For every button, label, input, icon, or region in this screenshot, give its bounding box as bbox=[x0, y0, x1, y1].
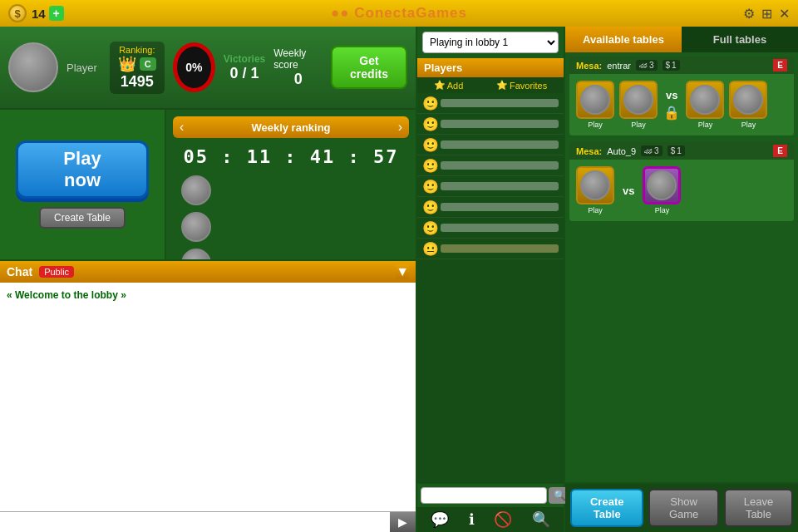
dollar-icon: $ bbox=[671, 146, 676, 155]
slot-avatar[interactable] bbox=[576, 166, 614, 204]
dollar-count: 1 bbox=[677, 146, 682, 155]
tab-favorites[interactable]: ⭐ Favorites bbox=[496, 80, 547, 91]
player-mood-icon: 🙂 bbox=[422, 96, 437, 111]
prev-ranking-button[interactable]: ‹ bbox=[180, 120, 184, 135]
slot-avatar-inner bbox=[690, 85, 720, 115]
player-search-input[interactable] bbox=[421, 487, 547, 504]
play-area: Playnow Create Table bbox=[0, 110, 166, 259]
settings-button[interactable]: ⚙ bbox=[743, 6, 755, 22]
create-table-button[interactable]: Create Table bbox=[39, 207, 126, 229]
left-panel: Player Ranking: 👑 C 1495 0% Victories 0 … bbox=[0, 27, 416, 532]
chat-collapse-button[interactable]: ▼ bbox=[396, 264, 409, 279]
race-icon: 🏎 bbox=[639, 61, 648, 70]
race-count: 3 bbox=[649, 61, 654, 70]
player-zoom-button[interactable]: 🔍 bbox=[532, 510, 550, 529]
race-badge: 🏎 3 bbox=[641, 145, 663, 156]
lock-icon: 🔒 bbox=[663, 105, 680, 121]
player-mood-icon: 🙂 bbox=[422, 200, 437, 214]
victories-label: Victories bbox=[224, 53, 265, 65]
create-table-button-2[interactable]: Create Table bbox=[570, 489, 643, 527]
get-credits-button[interactable]: Get credits bbox=[331, 46, 407, 89]
ranking-number: 1495 bbox=[121, 73, 154, 91]
list-item: 🙂 bbox=[417, 155, 564, 176]
slot-avatar[interactable] bbox=[576, 81, 614, 119]
lobby-dropdown[interactable]: Playing in lobby 1 bbox=[422, 32, 559, 53]
fullscreen-button[interactable]: ⊞ bbox=[761, 6, 772, 22]
list-item: 🙂 bbox=[417, 197, 564, 218]
leave-table-button[interactable]: Leave Table bbox=[724, 489, 793, 527]
player-chat-button[interactable]: 💬 bbox=[431, 510, 449, 529]
players-label: Players bbox=[424, 62, 462, 74]
tab-available-tables[interactable]: Available tables bbox=[565, 27, 682, 52]
players-panel: Playing in lobby 1 Players ⭐ Add ⭐ Favor… bbox=[416, 27, 565, 532]
player-block-button[interactable]: 🚫 bbox=[494, 510, 512, 529]
slot-avatar-inner bbox=[647, 170, 677, 200]
list-item: 😐 bbox=[417, 239, 564, 259]
close-button[interactable]: ✕ bbox=[779, 6, 790, 22]
table-tag: E bbox=[773, 145, 787, 157]
slot-label: Play bbox=[698, 121, 713, 129]
user-info-row: Player Ranking: 👑 C 1495 0% Victories 0 … bbox=[0, 27, 416, 110]
ranking-label: Ranking: bbox=[119, 45, 155, 55]
table-header: Mesa: entrar 🏎 3 $ 1 E bbox=[569, 57, 794, 74]
player-slot: Play bbox=[643, 166, 681, 214]
weekly-ranking-header: ‹ Weekly ranking › bbox=[173, 116, 409, 138]
slot-label: Play bbox=[655, 206, 670, 214]
username: Player bbox=[66, 62, 97, 74]
race-badge: 🏎 3 bbox=[636, 60, 658, 71]
slot-label: Play bbox=[588, 121, 603, 129]
player-mood-icon: 🙂 bbox=[422, 220, 437, 235]
player-name-bar bbox=[441, 203, 559, 211]
player-name-bar bbox=[441, 182, 559, 190]
add-coin-button[interactable]: + bbox=[49, 6, 64, 21]
table-entry: Mesa: Auto_9 🏎 3 $ 1 E bbox=[569, 141, 795, 222]
bottom-buttons: Create Table Show Game Leave Table bbox=[565, 482, 798, 532]
slot-avatar[interactable] bbox=[643, 166, 681, 204]
slot-avatar[interactable] bbox=[619, 81, 658, 119]
avatar bbox=[8, 42, 58, 92]
logo: ●● ConectaGames bbox=[331, 5, 467, 22]
player-slot: Play bbox=[576, 166, 614, 214]
slot-label: Play bbox=[631, 121, 646, 129]
player-info-button[interactable]: ℹ bbox=[469, 510, 475, 529]
player-name-bar bbox=[441, 120, 559, 128]
next-ranking-button[interactable]: › bbox=[398, 120, 402, 135]
ranking-player-2 bbox=[181, 212, 211, 242]
ranking-player-1 bbox=[181, 175, 211, 205]
slot-label: Play bbox=[741, 121, 756, 129]
play-now-button[interactable]: Playnow bbox=[16, 140, 149, 199]
vs-text: vs bbox=[623, 185, 634, 197]
dollar-badge: $ 1 bbox=[667, 145, 685, 156]
dollar-icon: $ bbox=[666, 61, 671, 70]
ranking-box: Ranking: 👑 C 1495 bbox=[110, 42, 165, 94]
progress-circle: 0% bbox=[173, 42, 215, 92]
lobby-selector: Playing in lobby 1 bbox=[422, 32, 559, 53]
main-content: Player Ranking: 👑 C 1495 0% Victories 0 … bbox=[0, 27, 798, 532]
chat-input[interactable] bbox=[0, 512, 390, 532]
chat-label: Chat bbox=[7, 265, 32, 278]
chat-send-button[interactable]: ▶ bbox=[390, 512, 416, 532]
player-name-bar bbox=[441, 244, 559, 253]
public-badge: Public bbox=[39, 266, 74, 278]
tab-full-tables[interactable]: Full tables bbox=[682, 27, 798, 52]
players-tab-row: ⭐ Add ⭐ Favorites bbox=[417, 77, 564, 93]
player-mood-icon: 🙂 bbox=[422, 116, 437, 131]
race-count: 3 bbox=[654, 146, 659, 155]
player-name-bar bbox=[441, 161, 559, 170]
show-game-button[interactable]: Show Game bbox=[648, 489, 718, 527]
player-mood-icon: 🙂 bbox=[422, 158, 437, 173]
tables-panel: Available tables Full tables Mesa: entra… bbox=[565, 27, 798, 532]
chat-input-row: ▶ bbox=[0, 511, 416, 532]
list-item: 🙂 bbox=[417, 218, 564, 239]
slot-avatar-inner bbox=[623, 85, 653, 115]
slot-avatar[interactable] bbox=[729, 81, 767, 119]
player-mood-icon: 🙂 bbox=[422, 179, 437, 194]
dollar-count: 1 bbox=[672, 61, 677, 70]
ranking-badge: C bbox=[140, 57, 156, 71]
slot-avatar[interactable] bbox=[686, 81, 724, 119]
welcome-message: « Welcome to the lobby » bbox=[7, 289, 126, 301]
tab-add[interactable]: ⭐ Add bbox=[434, 80, 464, 91]
player-slot: Play bbox=[619, 81, 658, 129]
table-name: entrar bbox=[607, 61, 631, 71]
list-item: 🙂 bbox=[417, 176, 564, 197]
